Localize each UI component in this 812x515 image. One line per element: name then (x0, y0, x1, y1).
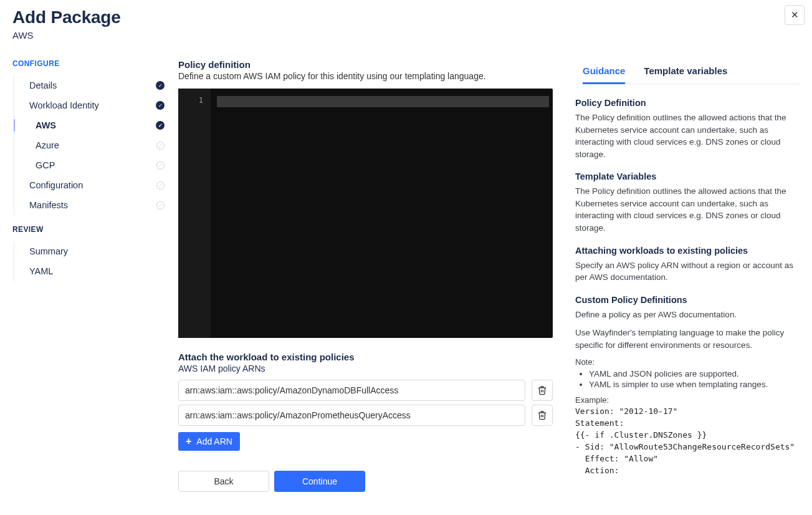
sidebar-item-yaml[interactable]: YAML (14, 261, 168, 281)
sidebar-item-label: Manifests (29, 200, 68, 210)
code-cursor-line (217, 96, 549, 107)
sidebar-item-summary[interactable]: Summary (14, 241, 168, 261)
sidebar-item-manifests[interactable]: Manifests ✓ (14, 195, 168, 215)
check-icon: ✓ (156, 101, 165, 110)
tab-template-variables[interactable]: Template variables (644, 59, 727, 84)
pending-icon: ✓ (156, 181, 165, 190)
code-line-number: 1 (178, 96, 203, 105)
close-icon: ✕ (791, 9, 799, 21)
page-subtitle: AWS (12, 30, 800, 41)
sidebar-item-workload-identity[interactable]: Workload Identity ✓ (14, 95, 168, 115)
guide-text: Define a policy as per AWS documentation… (575, 309, 800, 321)
sidebar-item-label: Details (29, 80, 57, 90)
sidebar-item-label: GCP (36, 160, 55, 170)
add-arn-label: Add ARN (196, 436, 232, 446)
tab-guidance[interactable]: Guidance (583, 59, 625, 84)
sidebar-item-gcp[interactable]: GCP ✓ (14, 155, 168, 175)
sidebar-section-review: REVIEW (12, 225, 168, 234)
back-button[interactable]: Back (178, 471, 269, 492)
guide-note-item: YAML and JSON policies are supported. (589, 369, 800, 378)
guide-heading-policy-definition: Policy Definition (575, 98, 800, 108)
guide-note-label: Note: (575, 357, 800, 367)
code-gutter: 1 (178, 89, 211, 338)
attach-desc: AWS IAM policy ARNs (178, 363, 553, 373)
main-content: Policy definition Define a custom AWS IA… (178, 59, 565, 492)
arn-input[interactable] (178, 405, 525, 426)
guide-example-code: Version: "2012-10-17" Statement: {{- if … (575, 406, 800, 476)
check-icon: ✓ (156, 121, 165, 130)
guide-heading-template-variables: Template Variables (575, 171, 800, 181)
guide-text: The Policy definition outlines the allow… (575, 185, 800, 234)
pending-icon: ✓ (156, 201, 165, 209)
close-button[interactable]: ✕ (785, 5, 805, 25)
sidebar-section-configure: CONFIGURE (12, 59, 168, 68)
delete-arn-button[interactable] (532, 405, 553, 426)
sidebar-item-label: Summary (29, 246, 68, 256)
policy-definition-desc: Define a custom AWS IAM policy for this … (178, 71, 553, 81)
pending-icon: ✓ (156, 142, 165, 150)
guide-text: Use Wayfinder's templating language to m… (575, 327, 800, 351)
add-arn-button[interactable]: + Add ARN (178, 432, 240, 451)
sidebar-item-label: Azure (36, 140, 59, 150)
attach-title: Attach the workload to existing policies (178, 352, 553, 362)
guide-text: The Policy definition outlines the allow… (575, 112, 800, 160)
check-icon: ✓ (156, 81, 165, 90)
sidebar-item-label: AWS (36, 120, 56, 130)
guidance-panel: Guidance Template variables Policy Defin… (575, 59, 800, 492)
continue-button[interactable]: Continue (274, 471, 365, 492)
tabs: Guidance Template variables (575, 59, 800, 84)
delete-arn-button[interactable] (532, 380, 553, 401)
pending-icon: ✓ (156, 161, 165, 170)
guide-example-label: Example: (575, 395, 800, 405)
guide-heading-attaching: Attaching workloads to existing policies (575, 246, 800, 256)
guide-note-item: YAML is simpler to use when templating r… (589, 380, 800, 389)
policy-code-editor[interactable]: 1 (178, 89, 553, 338)
trash-icon (537, 410, 547, 420)
sidebar-item-label: Workload Identity (29, 100, 99, 110)
page-title: Add Package (12, 7, 800, 27)
policy-definition-title: Policy definition (178, 59, 553, 70)
sidebar-item-configuration[interactable]: Configuration ✓ (14, 175, 168, 195)
sidebar-item-azure[interactable]: Azure ✓ (14, 135, 168, 155)
sidebar-item-label: YAML (29, 266, 53, 276)
sidebar-item-aws[interactable]: AWS ✓ (14, 115, 168, 135)
guide-note-list: YAML and JSON policies are supported. YA… (589, 369, 800, 389)
sidebar: CONFIGURE Details ✓ Workload Identity ✓ … (12, 59, 168, 492)
sidebar-item-details[interactable]: Details ✓ (14, 75, 168, 95)
guide-heading-custom-policy: Custom Policy Definitions (575, 295, 800, 305)
guide-text: Specify an AWS policy ARN without a regi… (575, 259, 800, 284)
trash-icon (537, 385, 547, 395)
arn-input[interactable] (178, 380, 525, 401)
plus-icon: + (186, 436, 191, 446)
sidebar-item-label: Configuration (29, 180, 83, 190)
